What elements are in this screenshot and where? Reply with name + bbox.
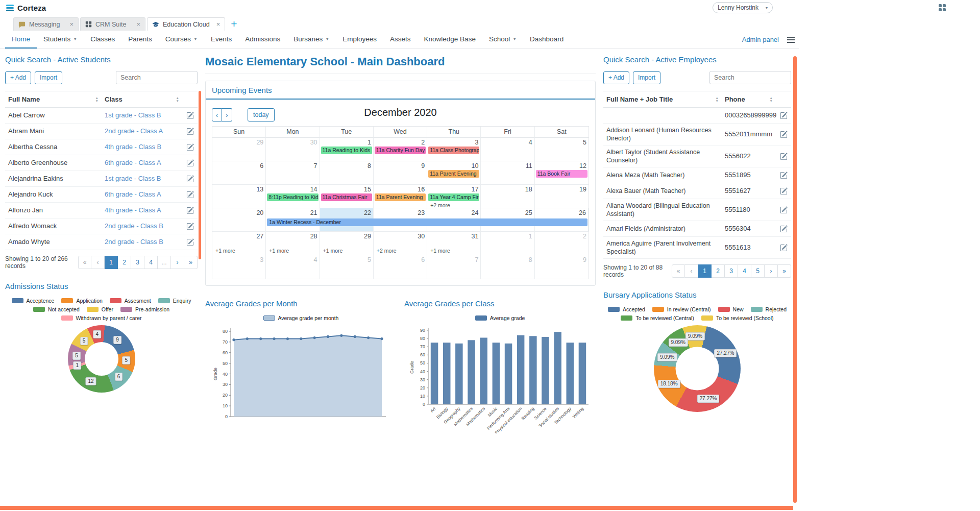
more-events-link[interactable]: +2 more <box>374 247 427 254</box>
edit-record-button[interactable] <box>776 225 791 233</box>
edit-record-button[interactable] <box>182 112 198 119</box>
app-grid-icon[interactable] <box>938 4 946 12</box>
calendar-day-cell[interactable]: 28+1 more <box>266 232 320 255</box>
calendar-event[interactable]: 11a Charity Fun Day <box>375 147 426 154</box>
add-student-button[interactable]: + Add <box>5 71 31 84</box>
calendar-day-cell[interactable]: 5 <box>535 138 589 161</box>
calendar-day-cell[interactable]: 1511a Christmas Fair <box>320 185 374 208</box>
more-events-link[interactable]: +1 more <box>266 247 319 254</box>
calendar-day-cell[interactable]: 111a Reading to Kids <box>320 138 374 161</box>
calendar-event[interactable]: 11a Year 4 Camp Fire N <box>428 193 479 201</box>
calendar-day-cell[interactable]: 7 <box>427 255 481 279</box>
student-class-link[interactable]: 1st grade - Class B <box>102 109 182 122</box>
edit-record-button[interactable] <box>182 207 198 214</box>
page-button[interactable]: › <box>765 264 778 278</box>
close-icon[interactable]: × <box>66 20 74 28</box>
edit-record-button[interactable] <box>776 172 791 179</box>
calendar-day-cell[interactable]: 1 <box>481 232 534 255</box>
edit-record-button[interactable] <box>182 223 198 230</box>
student-class-link[interactable]: 6th grade - Class A <box>102 188 182 201</box>
calendar-day-cell[interactable]: 13 <box>212 185 266 208</box>
edit-record-button[interactable] <box>776 112 791 119</box>
calendar-day-cell[interactable]: 211a Charity Fun Day <box>374 138 427 161</box>
corteza-logo[interactable]: Corteza <box>6 4 46 12</box>
calendar-event[interactable]: 8:11p Reading to Kids <box>267 193 318 201</box>
edit-record-button[interactable] <box>776 131 791 138</box>
calendar-day-cell[interactable]: 30+2 more <box>374 232 427 255</box>
calendar-day-cell[interactable]: 1611a Parent Evening <box>374 185 427 208</box>
calendar-day-cell[interactable]: 1011a Parent Evening <box>427 161 481 185</box>
calendar-event[interactable]: 11a Book Fair <box>536 170 587 178</box>
calendar-today-button[interactable]: today <box>248 108 275 121</box>
edit-record-button[interactable] <box>776 244 791 252</box>
students-sort-name[interactable]: Full Name ▲▼ <box>5 91 102 107</box>
calendar-event[interactable]: 11a Reading to Kids <box>321 147 372 154</box>
student-class-link[interactable]: 2nd grade - Class A <box>102 125 182 138</box>
edit-record-button[interactable] <box>182 238 198 246</box>
tab-education-cloud[interactable]: Education Cloud× <box>147 17 225 31</box>
nav-item-admissions[interactable]: Admissions <box>238 31 287 48</box>
calendar-day-cell[interactable]: 29+1 more <box>320 232 374 255</box>
calendar-day-cell[interactable]: 148:11p Reading to Kids <box>266 185 320 208</box>
calendar-day-cell[interactable]: 6 <box>212 161 266 185</box>
edit-record-button[interactable] <box>776 206 791 214</box>
calendar-day-cell[interactable]: 11 <box>481 161 534 185</box>
students-sort-class[interactable]: Class ▲▼ <box>102 91 182 107</box>
close-icon[interactable]: × <box>133 20 140 28</box>
calendar-day-cell[interactable]: 1711a Year 4 Camp Fire N+2 more <box>427 185 481 208</box>
nav-item-knowledge-base[interactable]: Knowledge Base <box>418 31 482 48</box>
nav-item-students[interactable]: Students▼ <box>37 31 84 48</box>
nav-item-dashboard[interactable]: Dashboard <box>523 31 570 48</box>
calendar-day-cell[interactable]: 9 <box>535 255 589 279</box>
student-class-link[interactable]: 4th grade - Class B <box>102 140 182 154</box>
nav-item-parents[interactable]: Parents <box>121 31 159 48</box>
student-class-link[interactable]: 2nd grade - Class B <box>102 220 182 233</box>
menu-icon[interactable] <box>787 37 795 43</box>
page-button[interactable]: 3 <box>131 256 144 269</box>
vertical-scrollbar[interactable] <box>793 56 797 503</box>
students-search-input[interactable] <box>116 71 198 84</box>
calendar-day-cell[interactable]: 30 <box>266 138 320 161</box>
calendar-day-cell[interactable]: 18 <box>481 185 534 208</box>
more-events-link[interactable]: +1 more <box>320 247 373 254</box>
edit-record-button[interactable] <box>182 159 198 167</box>
calendar-day-cell[interactable]: 8 <box>481 255 534 279</box>
calendar-day-cell[interactable]: 5 <box>320 255 374 279</box>
calendar-next-button[interactable]: › <box>222 108 232 121</box>
employees-sort-phone[interactable]: Phone ▲▼ <box>722 91 776 107</box>
nav-item-school[interactable]: School▼ <box>482 31 523 48</box>
page-button[interactable]: 1 <box>698 264 712 278</box>
page-button[interactable]: 2 <box>712 264 725 278</box>
page-button[interactable]: 5 <box>751 264 765 278</box>
page-button[interactable]: ‹ <box>685 264 698 278</box>
close-icon[interactable]: × <box>213 20 220 28</box>
student-class-link[interactable]: 6th grade - Class A <box>102 156 182 169</box>
calendar-day-cell[interactable]: 3 <box>212 255 266 279</box>
page-button[interactable]: » <box>184 256 198 269</box>
nav-item-courses[interactable]: Courses▼ <box>159 31 204 48</box>
nav-item-employees[interactable]: Employees <box>336 31 383 48</box>
calendar-day-cell[interactable]: 31+1 more <box>427 232 481 255</box>
edit-record-button[interactable] <box>182 128 198 135</box>
edit-record-button[interactable] <box>776 187 791 195</box>
calendar-day-cell[interactable]: 29 <box>212 138 266 161</box>
horizontal-scrollbar[interactable] <box>0 506 793 510</box>
nav-item-classes[interactable]: Classes <box>84 31 121 48</box>
page-button[interactable]: 1 <box>105 256 118 269</box>
calendar-day-cell[interactable]: 20 <box>212 208 266 232</box>
calendar-day-cell[interactable]: 2 <box>535 232 589 255</box>
calendar-prev-button[interactable]: ‹ <box>212 108 222 121</box>
admin-panel-link[interactable]: Admin panel <box>742 36 779 43</box>
tab-crm-suite[interactable]: CRM Suite× <box>80 17 145 31</box>
calendar-day-cell[interactable]: 9 <box>374 161 427 185</box>
add-employee-button[interactable]: + Add <box>603 71 629 84</box>
more-events-link[interactable]: +1 more <box>212 247 265 254</box>
calendar-event[interactable]: 11a Class Photographs <box>428 147 479 154</box>
page-button[interactable]: » <box>778 264 791 278</box>
calendar-event[interactable]: 11a Parent Evening <box>375 193 426 201</box>
page-button[interactable]: « <box>78 256 91 269</box>
edit-record-button[interactable] <box>776 153 791 160</box>
nav-item-home[interactable]: Home <box>5 31 37 48</box>
edit-record-button[interactable] <box>182 175 198 183</box>
nav-item-bursaries[interactable]: Bursaries▼ <box>287 31 336 48</box>
